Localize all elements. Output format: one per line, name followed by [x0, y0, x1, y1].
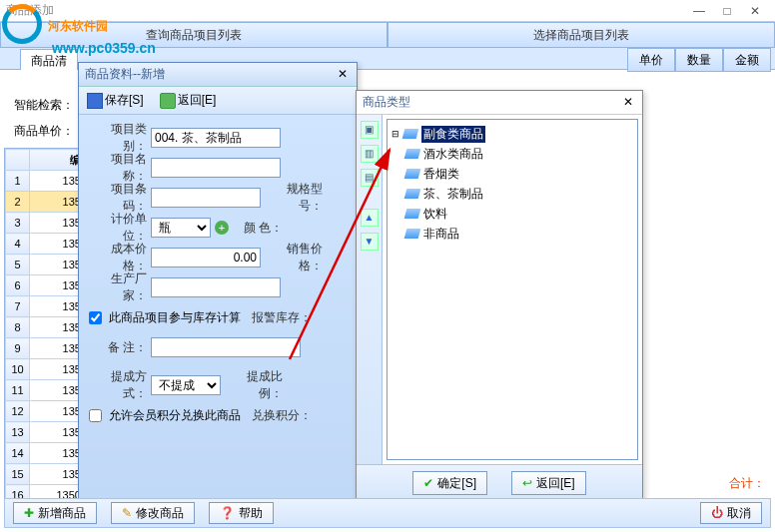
label-category: 项目类别： [89, 121, 147, 155]
commission-select[interactable]: 不提成 [151, 375, 221, 395]
label-ratio: 提成比例： [225, 368, 283, 402]
remark-field[interactable] [151, 337, 301, 357]
label-maker: 生产厂家： [89, 270, 147, 304]
total-label: 合计： [729, 475, 765, 492]
label-smart-search: 智能检索： [4, 92, 76, 118]
label-spec: 规格型号： [265, 181, 323, 215]
close-icon[interactable]: ✕ [620, 95, 636, 111]
cost-field[interactable] [151, 248, 261, 267]
ok-button[interactable]: ✔确定[S] [412, 471, 487, 495]
unit-select[interactable]: 瓶 [151, 218, 211, 238]
left-filter-panel: 智能检索： 商品单价： [4, 92, 76, 144]
tree-item[interactable]: 香烟类 [391, 164, 633, 184]
label-barcode: 项目条码： [89, 181, 147, 215]
footer-toolbar: ✚新增商品 ✎修改商品 ❓帮助 ⏻取消 [4, 498, 771, 528]
label-unit-price: 商品单价： [4, 118, 76, 144]
tree-add-icon[interactable]: ▣ [361, 121, 379, 139]
dialog2-title: 商品类型 [363, 94, 620, 111]
label-color: 颜 色： [233, 220, 283, 237]
tree-edit-icon[interactable]: ▥ [361, 145, 379, 163]
plus-icon: ✚ [24, 506, 34, 520]
header-select-list: 选择商品项目列表 [388, 22, 775, 48]
tree-item[interactable]: 非商品 [391, 224, 633, 244]
maker-field[interactable] [151, 277, 281, 297]
category-tree[interactable]: ⊟副食类商品酒水类商品香烟类茶、茶制品饮料非商品 [387, 119, 638, 460]
back-button[interactable]: 返回[E] [156, 90, 221, 111]
tab-product-list[interactable]: 商品清 [20, 49, 78, 70]
col-amount: 金额 [723, 48, 771, 72]
label-cost: 成本价格： [89, 241, 147, 274]
tree-item[interactable]: 酒水类商品 [391, 144, 633, 164]
label-commission: 提成方式： [89, 368, 147, 402]
save-icon [87, 93, 103, 109]
save-button[interactable]: 保存[S] [83, 90, 148, 111]
label-remark: 备 注： [89, 339, 147, 356]
name-field[interactable] [151, 158, 281, 178]
return-button[interactable]: ↩返回[E] [511, 471, 586, 495]
window-titlebar: 商品添加 — □ ✕ [0, 0, 775, 22]
tree-toolbar: ▣ ▥ ▤ ▲ ▼ [357, 115, 383, 464]
edit-icon: ✎ [122, 506, 132, 520]
label-points-chk: 允许会员积分兑换此商品 [109, 407, 241, 424]
tree-down-icon[interactable]: ▼ [361, 233, 379, 251]
tree-item[interactable]: ⊟副食类商品 [391, 124, 633, 144]
panel-headers: 查询商品项目列表 选择商品项目列表 [0, 22, 775, 48]
dialog-title: 商品资料--新增 [85, 66, 335, 83]
barcode-field[interactable] [151, 188, 261, 208]
window-title: 商品添加 [6, 2, 54, 19]
back-icon [160, 93, 176, 109]
tree-del-icon[interactable]: ▤ [361, 169, 379, 187]
label-stock-chk: 此商品项目参与库存计算 [109, 309, 241, 326]
close-icon[interactable]: ✕ [335, 67, 351, 83]
help-button[interactable]: ❓帮助 [209, 502, 274, 524]
category-icon [404, 149, 421, 159]
category-icon [402, 129, 419, 139]
check-icon: ✔ [423, 476, 433, 490]
label-points: 兑换积分： [252, 407, 312, 424]
tree-item[interactable]: 茶、茶制品 [391, 184, 633, 204]
category-icon [404, 209, 421, 219]
category-field[interactable] [151, 128, 281, 148]
category-icon [404, 229, 421, 239]
return-icon: ↩ [522, 476, 532, 490]
maximize-button[interactable]: □ [713, 4, 741, 18]
label-sale: 销售价格： [265, 241, 323, 274]
col-price: 单价 [627, 48, 675, 72]
col-qty: 数量 [675, 48, 723, 72]
stock-checkbox[interactable] [89, 311, 102, 324]
help-icon: ❓ [220, 506, 235, 520]
label-name: 项目名称： [89, 151, 147, 185]
tree-item[interactable]: 饮料 [391, 204, 633, 224]
add-product-button[interactable]: ✚新增商品 [13, 502, 97, 524]
category-icon [404, 169, 421, 179]
minimize-button[interactable]: — [685, 4, 713, 18]
add-unit-icon[interactable]: + [215, 221, 229, 235]
cancel-button[interactable]: ⏻取消 [700, 502, 762, 524]
label-alarm: 报警库存： [252, 309, 312, 326]
points-checkbox[interactable] [89, 409, 102, 422]
dialog-product-type: 商品类型 ✕ ▣ ▥ ▤ ▲ ▼ ⊟副食类商品酒水类商品香烟类茶、茶制品饮料非商… [356, 90, 643, 509]
edit-product-button[interactable]: ✎修改商品 [111, 502, 195, 524]
category-icon [404, 189, 421, 199]
cancel-icon: ⏻ [711, 506, 723, 520]
label-unit: 计价单位： [89, 211, 147, 245]
header-query-list: 查询商品项目列表 [0, 22, 388, 48]
dialog-product-edit: 商品资料--新增 ✕ 保存[S] 返回[E] 项目类别： 项目名称： 项目条码：… [78, 62, 358, 501]
right-column-headers: 单价 数量 金额 [627, 48, 771, 72]
tree-up-icon[interactable]: ▲ [361, 209, 379, 227]
close-button[interactable]: ✕ [741, 4, 769, 18]
